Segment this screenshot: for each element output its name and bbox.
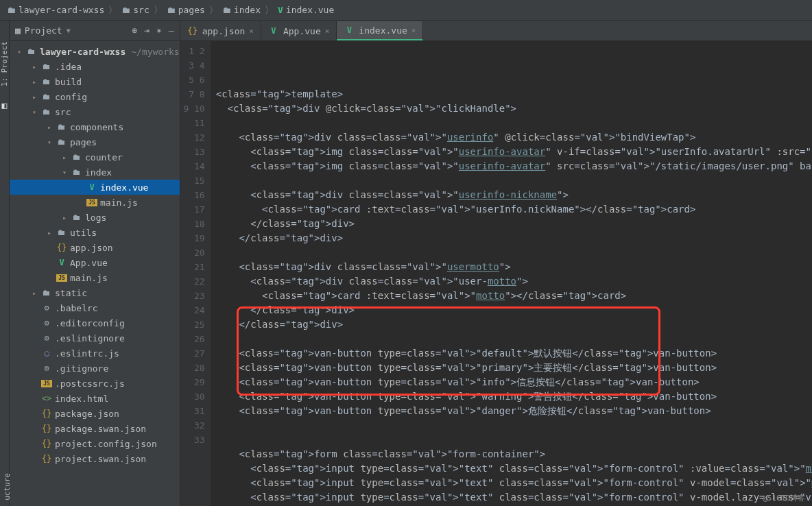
tree-label: components xyxy=(70,122,123,132)
tree-item-project-swan-json[interactable]: {}project.swan.json xyxy=(10,451,180,466)
chevron-icon[interactable]: ▸ xyxy=(45,229,53,237)
bookmark-icon[interactable]: ◧ xyxy=(2,100,8,110)
tree-item-package-json[interactable]: {}package.json xyxy=(10,406,180,421)
tree-item-index[interactable]: ▾🖿index xyxy=(10,165,180,180)
chevron-icon[interactable]: ▸ xyxy=(60,154,69,161)
tree-item-components[interactable]: ▸🖿components xyxy=(10,119,180,134)
tree-item-index-vue[interactable]: Vindex.vue xyxy=(10,180,180,195)
tree-item-config[interactable]: ▸🖿config xyxy=(10,89,180,104)
tab-app-json[interactable]: {}app.json× xyxy=(180,21,261,40)
chevron-right-icon: 〉 xyxy=(265,4,274,16)
breadcrumb-item[interactable]: V index.vue xyxy=(278,5,334,15)
tree-item-src[interactable]: ▾🖿src xyxy=(10,104,180,119)
tree-label: utils xyxy=(70,228,97,238)
breadcrumb-label: index xyxy=(234,5,261,15)
tree-label: build xyxy=(55,77,82,87)
tree-item-static[interactable]: ▸🖿static xyxy=(10,285,180,300)
tree-label: app.json xyxy=(70,243,113,253)
tree-item-app-vue[interactable]: VApp.vue xyxy=(10,255,180,270)
folder-icon: 🖿 xyxy=(167,5,176,15)
breadcrumb-item[interactable]: 🖿 src xyxy=(121,5,149,15)
breadcrumb-item[interactable]: 🖿 index xyxy=(222,5,261,15)
tree-label: index.vue xyxy=(100,182,148,193)
tree-item-logs[interactable]: ▸🖿logs xyxy=(10,210,180,225)
tree-label: .postcssrc.js xyxy=(55,378,125,389)
tree-item--postcssrc-js[interactable]: JS.postcssrc.js xyxy=(10,376,180,391)
json-icon: {} xyxy=(41,409,52,418)
vue-icon: V xyxy=(344,25,355,35)
tool-window-button-structure[interactable]: ucture xyxy=(0,468,15,506)
tree-label: App.vue xyxy=(70,258,108,268)
eslint-icon: ◯ xyxy=(41,348,52,358)
tree-label: package.json xyxy=(55,409,119,419)
tree-item-main-js[interactable]: JSmain.js xyxy=(10,270,180,285)
json-icon: {} xyxy=(41,454,52,463)
folder-icon: 🖿 xyxy=(41,62,52,71)
chevron-icon[interactable]: ▸ xyxy=(30,63,38,71)
close-icon[interactable]: × xyxy=(249,27,254,36)
tree-item-counter[interactable]: ▸🖿counter xyxy=(10,149,180,165)
chevron-icon[interactable]: ▾ xyxy=(45,138,53,146)
tree-label: counter xyxy=(85,152,123,162)
tree-item-lawyer-card-wxss[interactable]: ▾🖿lawyer-card-wxss~/myworks xyxy=(10,44,180,59)
breadcrumb-item[interactable]: 🖿 pages xyxy=(167,5,205,15)
tree-item--eslintrc-js[interactable]: ◯.eslintrc.js xyxy=(10,346,180,361)
chevron-right-icon: 〉 xyxy=(154,4,163,16)
tree-item-app-json[interactable]: {}app.json xyxy=(10,240,180,255)
vue-icon: V xyxy=(86,182,97,192)
json-icon: {} xyxy=(56,243,67,252)
tree-label: main.js xyxy=(70,273,108,283)
chevron-icon[interactable]: ▾ xyxy=(15,48,23,56)
vue-icon: V xyxy=(268,26,279,36)
tree-item--idea[interactable]: ▸🖿.idea xyxy=(10,59,180,74)
tree-item-package-swan-json[interactable]: {}package.swan.json xyxy=(10,421,180,436)
chevron-icon[interactable]: ▸ xyxy=(45,123,53,131)
tree-item-build[interactable]: ▸🖿build xyxy=(10,74,180,89)
tree-label: lawyer-card-wxss xyxy=(40,47,126,57)
tree-item-project-config-json[interactable]: {}project.config.json xyxy=(10,436,180,451)
tree-suffix: ~/myworks xyxy=(131,47,179,57)
breadcrumb-label: lawyer-card-wxss xyxy=(19,5,104,15)
project-tree[interactable]: ▾🖿lawyer-card-wxss~/myworks▸🖿.idea▸🖿buil… xyxy=(10,41,180,506)
folder-icon: 🖿 xyxy=(222,5,231,15)
tree-item-utils[interactable]: ▸🖿utils xyxy=(10,225,180,240)
project-panel-header: ▦ Project ▼ ⊕ ⇥ ✶ — xyxy=(10,21,180,41)
tool-window-button-project[interactable]: 1: Project xyxy=(0,41,9,86)
vue-icon: V xyxy=(278,5,283,15)
dropdown-icon[interactable]: ▼ xyxy=(67,27,71,34)
tab-index-vue[interactable]: Vindex.vue× xyxy=(337,21,423,40)
folder-icon: 🖿 xyxy=(41,288,52,298)
collapse-all-icon[interactable]: ⇥ xyxy=(144,25,150,36)
code-editor[interactable]: <class="tag">template> <class="tag">div … xyxy=(211,41,812,506)
project-panel-title[interactable]: Project xyxy=(25,25,62,36)
tab-label: App.vue xyxy=(283,26,321,36)
locate-icon[interactable]: ⊕ xyxy=(132,25,137,36)
close-icon[interactable]: × xyxy=(325,27,330,36)
tree-item--eslintignore[interactable]: ⚙.eslintignore xyxy=(10,330,180,346)
breadcrumb-label: pages xyxy=(178,5,205,15)
chevron-icon[interactable]: ▾ xyxy=(30,108,38,116)
tree-label: static xyxy=(55,288,87,298)
folder-icon: 🖿 xyxy=(41,107,52,117)
tree-label: .eslintignore xyxy=(55,333,125,344)
gear-icon[interactable]: ✶ xyxy=(156,25,162,36)
chevron-icon[interactable]: ▸ xyxy=(30,78,38,86)
chevron-icon[interactable]: ▾ xyxy=(60,169,69,176)
tree-item-pages[interactable]: ▾🖿pages xyxy=(10,134,180,149)
tree-item--babelrc[interactable]: ⚙.babelrc xyxy=(10,300,180,315)
tree-item-index-html[interactable]: <>index.html xyxy=(10,391,180,406)
chevron-icon[interactable]: ▸ xyxy=(30,93,38,101)
folder-icon: 🖿 xyxy=(71,167,82,177)
close-icon[interactable]: × xyxy=(411,26,416,35)
chevron-icon[interactable]: ▸ xyxy=(30,289,38,297)
breadcrumb-item[interactable]: 🖿 lawyer-card-wxss xyxy=(7,5,104,15)
chevron-icon[interactable]: ▸ xyxy=(60,214,69,221)
folder-icon: 🖿 xyxy=(56,137,67,147)
tree-item--gitignore[interactable]: ⚙.gitignore xyxy=(10,361,180,376)
tree-item-main-js[interactable]: JSmain.js xyxy=(10,195,180,210)
folder-icon: 🖿 xyxy=(26,47,37,56)
editor-body: 1 2 3 4 5 6 7 8 9 10 11 12 13 14 15 16 1… xyxy=(180,41,812,506)
tab-app-vue[interactable]: VApp.vue× xyxy=(261,21,337,40)
minimize-icon[interactable]: — xyxy=(169,25,174,36)
tree-item--editorconfig[interactable]: ⚙.editorconfig xyxy=(10,315,180,330)
